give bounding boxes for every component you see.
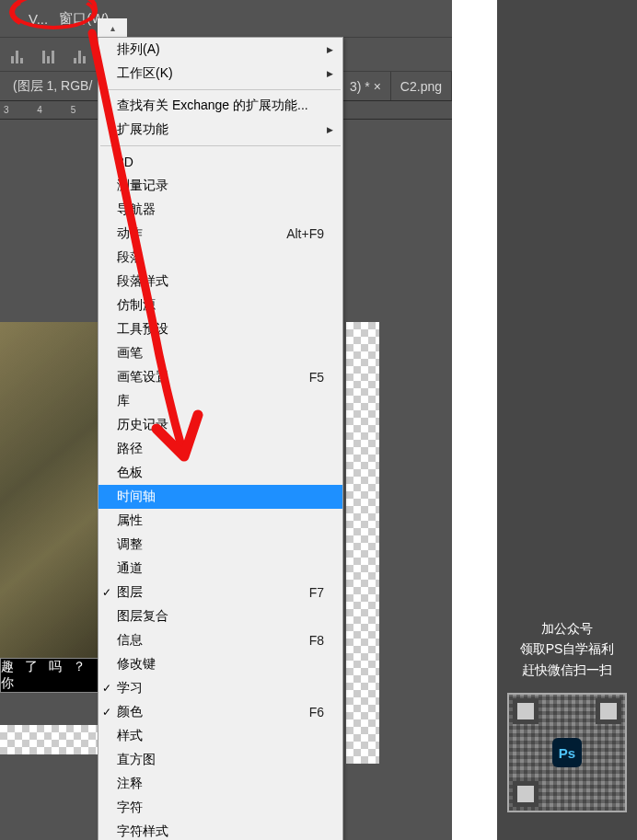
doc-tab-2[interactable]: 3) * × [341, 72, 391, 100]
doc-tab-1[interactable]: (图层 1, RGB/ [4, 72, 102, 100]
qr-code: Ps [507, 693, 627, 812]
menu-learn[interactable]: 学习 [98, 676, 342, 700]
page-gap [452, 0, 497, 840]
menu-styles[interactable]: 样式 [98, 724, 342, 748]
menu-info[interactable]: 信息F8 [98, 628, 342, 652]
menu-actions[interactable]: 动作Alt+F9 [98, 222, 342, 246]
menu-channels[interactable]: 通道 [98, 557, 342, 581]
menu-paragraph-style[interactable]: 段落样式 [98, 270, 342, 293]
shortcut-label: F7 [309, 585, 324, 600]
menu-extensions[interactable]: 扩展功能 [98, 118, 342, 142]
menu-layer-comps[interactable]: 图层复合 [98, 604, 342, 628]
menu-tool-preset[interactable]: 工具预设 [98, 317, 342, 341]
menu-separator [100, 89, 341, 90]
menu-paragraph[interactable]: 段落 [98, 246, 342, 270]
menu-separator [100, 145, 341, 146]
menu-brush[interactable]: 画笔 [98, 341, 342, 365]
align-control-icon[interactable] [7, 45, 26, 63]
promo-sidebar: 加公众号 领取PS自学福利 赶快微信扫一扫 Ps [497, 0, 637, 840]
menu-properties[interactable]: 属性 [98, 509, 342, 533]
shortcut-label: Alt+F9 [286, 226, 324, 241]
menu-adjustments[interactable]: 调整 [98, 533, 342, 557]
menu-color[interactable]: 颜色F6 [98, 700, 342, 724]
menu-history[interactable]: 历史记录 [98, 413, 342, 437]
align-control-icon[interactable] [70, 45, 88, 63]
window-menu-dropdown: 排列(A) 工作区(K) 查找有关 Exchange 的扩展功能... 扩展功能… [98, 37, 343, 840]
shortcut-label: F8 [309, 633, 324, 648]
dropdown-scroll-up-icon[interactable] [98, 18, 127, 37]
promo-text: 加公众号 领取PS自学福利 赶快微信扫一扫 [520, 618, 615, 680]
menu-character-style[interactable]: 字符样式 [98, 820, 342, 840]
menu-histogram[interactable]: 直方图 [98, 748, 342, 772]
menu-paths[interactable]: 路径 [98, 437, 342, 461]
menu-character[interactable]: 字符 [98, 796, 342, 820]
menu-notes[interactable]: 注释 [98, 772, 342, 796]
menu-library[interactable]: 库 [98, 389, 342, 413]
transparency-checker [0, 725, 99, 754]
menu-measure-log[interactable]: 测量记录 [98, 174, 342, 198]
shortcut-label: F6 [309, 705, 324, 719]
caption-text: 趣 了 吗 ？ 你 [0, 658, 99, 693]
menu-layers[interactable]: 图层F7 [98, 581, 342, 604]
menu-modifier-keys[interactable]: 修改键 [98, 652, 342, 676]
shortcut-label: F5 [309, 370, 324, 385]
ps-badge-icon: Ps [552, 738, 582, 767]
menu-timeline[interactable]: 时间轴 [98, 485, 342, 509]
menu-workspace[interactable]: 工作区(K) [98, 62, 342, 86]
menu-exchange[interactable]: 查找有关 Exchange 的扩展功能... [98, 94, 342, 118]
menu-3d[interactable]: 3D [98, 150, 342, 174]
doc-tab-3[interactable]: C2.png [391, 72, 452, 100]
align-control-icon[interactable] [39, 45, 57, 63]
image-content [0, 322, 99, 690]
menu-brush-settings[interactable]: 画笔设置F5 [98, 365, 342, 389]
menu-swatches[interactable]: 色板 [98, 461, 342, 485]
menu-navigator[interactable]: 导航器 [98, 198, 342, 222]
menu-clone-source[interactable]: 仿制源 [98, 293, 342, 317]
transparency-checker [346, 322, 379, 764]
menu-arrange[interactable]: 排列(A) [98, 38, 342, 62]
